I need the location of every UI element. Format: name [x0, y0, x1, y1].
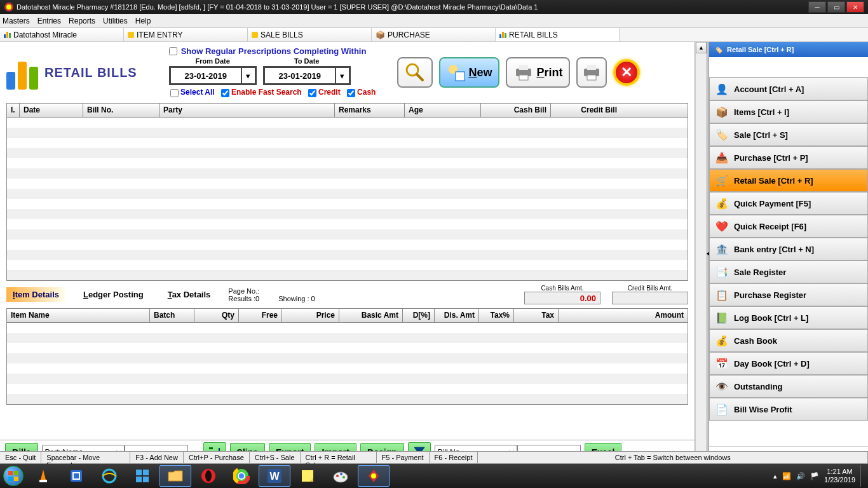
rp-item-1[interactable]: 📦Items [Ctrl + I] [709, 100, 868, 123]
rp-item-2[interactable]: 🏷️Sale [Ctrl + S] [709, 123, 868, 146]
svg-point-37 [336, 475, 339, 477]
col-date[interactable]: Date [20, 104, 83, 117]
from-date-dropdown[interactable]: ▾ [241, 68, 255, 83]
rp-item-11[interactable]: 💰Cash Book [709, 329, 868, 352]
tab-item-entry[interactable]: ITEM ENTRY [124, 28, 248, 41]
rp-item-10[interactable]: 📗Log Book [Ctrl + L] [709, 306, 868, 329]
shortcut-f6: F6 - Receipt [430, 452, 478, 463]
rp-item-0[interactable]: 👤Account [Ctrl + A] [709, 78, 868, 100]
rp-item-5[interactable]: 💰Quick Payment [F5] [709, 192, 868, 215]
rp-item-14[interactable]: 📄Bill Wise Profit [709, 398, 868, 421]
svg-rect-7 [519, 65, 528, 70]
tab-tax-details[interactable]: Tax Details [161, 287, 217, 302]
new-icon [447, 63, 466, 82]
rp-item-9[interactable]: 📋Purchase Register [709, 283, 868, 306]
enable-fast-checkbox[interactable]: Enable Fast Search [221, 88, 302, 97]
svg-line-3 [417, 74, 423, 80]
icol-disamt[interactable]: Dis. Amt [435, 309, 479, 322]
show-desktop-button[interactable] [860, 465, 865, 487]
icol-amount[interactable]: Amount [559, 309, 688, 322]
tray-network-icon[interactable]: 📶 [782, 472, 791, 480]
sticky-icon [300, 468, 315, 484]
col-cashbill[interactable]: Cash Bill [481, 104, 551, 117]
rp-item-6[interactable]: ❤️Quick Receipt [F6] [709, 215, 868, 238]
menu-masters[interactable]: Masters [3, 17, 30, 25]
tab-item-details[interactable]: Item Details [6, 287, 65, 302]
task-vlc[interactable] [27, 465, 59, 487]
icol-tax[interactable]: Tax [514, 309, 559, 322]
bills-grid[interactable]: I. Date Bill No. Party Remarks Age Cash … [6, 103, 688, 281]
close-page-button[interactable]: ✕ [613, 59, 640, 86]
menu-reports[interactable]: Reports [69, 17, 95, 25]
rp-item-3[interactable]: 📥Purchase [Ctrl + P] [709, 146, 868, 169]
new-button[interactable]: New [439, 57, 499, 88]
cash-checkbox[interactable]: Cash [347, 88, 376, 97]
menu-entries[interactable]: Entries [37, 17, 61, 25]
rp-item-7[interactable]: 🏦Bank entry [Ctrl + N] [709, 238, 868, 261]
task-opera[interactable] [193, 465, 224, 487]
rp-item-13[interactable]: 👁️Outstanding [709, 375, 868, 398]
col-remarks[interactable]: Remarks [335, 104, 405, 117]
task-chrome[interactable] [226, 465, 257, 487]
scroll-up-arrow[interactable]: ▲ [696, 42, 707, 53]
tray-flag-icon[interactable]: 🏳️ [810, 472, 819, 480]
task-word[interactable]: W [259, 465, 290, 487]
items-grid[interactable]: Item Name Batch Qty Free Price Basic Amt… [6, 308, 688, 405]
tab-retail-bills[interactable]: RETAIL BILLS [496, 28, 620, 41]
tab-purchase[interactable]: 📦PURCHASE [372, 28, 496, 41]
task-paint[interactable] [325, 465, 356, 487]
icol-price[interactable]: Price [282, 309, 339, 322]
icol-basic[interactable]: Basic Amt [339, 309, 403, 322]
maximize-button[interactable]: ▭ [827, 1, 845, 13]
inner-scrollbar[interactable]: ▲ ▼ [695, 42, 707, 464]
right-panel-search[interactable] [709, 57, 868, 78]
credit-checkbox[interactable]: Credit [308, 88, 341, 97]
icol-dpct[interactable]: D[%] [403, 309, 435, 322]
icol-itemname[interactable]: Item Name [7, 309, 150, 322]
col-creditbill[interactable]: Credit Bill [551, 104, 621, 117]
tab-home[interactable]: Datotahost Miracle [0, 28, 124, 41]
show-regular-checkbox[interactable] [169, 47, 177, 55]
rp-label-12: Day Book [Ctrl + D] [734, 359, 810, 369]
task-app[interactable] [358, 465, 390, 487]
paint-icon [332, 468, 349, 484]
task-taskmgr[interactable] [126, 465, 158, 487]
print-button[interactable]: Print [506, 57, 570, 88]
cash-amt-label: Cash Bills Amt. [524, 285, 600, 292]
icol-taxpct[interactable]: Tax% [479, 309, 514, 322]
task-explorer[interactable] [159, 465, 191, 487]
col-billno[interactable]: Bill No. [83, 104, 159, 117]
tray-arrow-icon[interactable]: ▴ [773, 472, 777, 480]
tray-volume-icon[interactable]: 🔊 [796, 472, 805, 480]
from-date-input[interactable] [171, 68, 241, 83]
icol-qty[interactable]: Qty [194, 309, 239, 322]
rp-icon-2: 🏷️ [715, 128, 729, 142]
rp-item-4[interactable]: 🛒Retail Sale [Ctrl + R] [709, 169, 868, 192]
search-button[interactable] [397, 57, 433, 88]
rp-item-12[interactable]: 📅Day Book [Ctrl + D] [709, 352, 868, 375]
close-button[interactable]: ✕ [846, 1, 864, 13]
start-button[interactable] [0, 464, 27, 488]
task-sticky[interactable] [292, 465, 323, 487]
rp-item-8[interactable]: 📑Sale Register [709, 261, 868, 283]
col-party[interactable]: Party [159, 104, 335, 117]
svg-point-38 [340, 473, 342, 475]
col-age[interactable]: Age [405, 104, 481, 117]
svg-rect-20 [71, 470, 82, 482]
task-ie[interactable] [93, 465, 125, 487]
icol-free[interactable]: Free [239, 309, 282, 322]
rp-icon-13: 👁️ [715, 379, 729, 393]
tab-sale-bills[interactable]: SALE BILLS [248, 28, 372, 41]
menu-help[interactable]: Help [135, 17, 151, 25]
select-all-checkbox[interactable]: Select All [170, 88, 215, 97]
to-date-dropdown[interactable]: ▾ [335, 68, 349, 83]
task-screenshot[interactable] [60, 465, 92, 487]
to-date-input[interactable] [265, 68, 335, 83]
tab-ledger-posting[interactable]: Ledger Posting [77, 287, 150, 302]
icol-batch[interactable]: Batch [150, 309, 194, 322]
minimize-button[interactable]: ─ [808, 1, 826, 13]
menu-utilities[interactable]: Utilities [103, 17, 128, 25]
print-icon-button[interactable] [576, 57, 607, 88]
col-index[interactable]: I. [7, 104, 20, 117]
tray-clock[interactable]: 1:21 AM 1/23/2019 [824, 468, 855, 484]
